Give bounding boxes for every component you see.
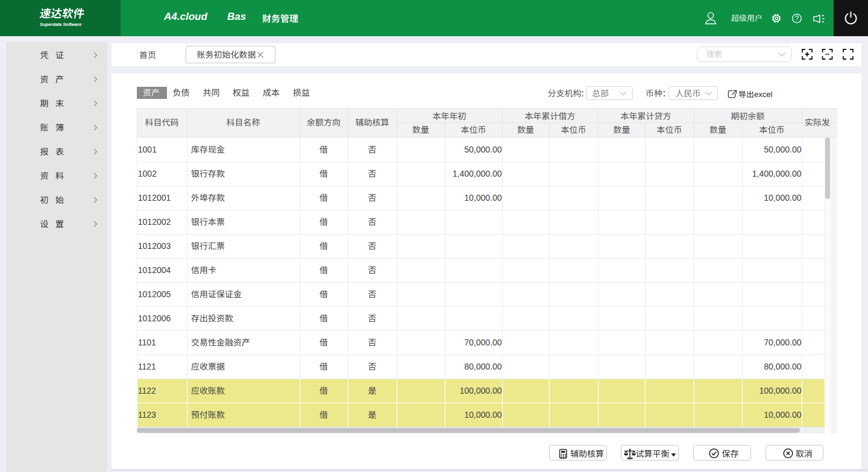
svg-text:Superdata Software: Superdata Software [40, 22, 81, 27]
svg-text:100,000.00: 100,000.00 [759, 386, 801, 395]
svg-text:70,000.00: 70,000.00 [764, 338, 801, 347]
svg-text:1002: 1002 [138, 169, 157, 178]
svg-text:50,000.00: 50,000.00 [764, 145, 801, 154]
svg-text:10,000.00: 10,000.00 [464, 193, 502, 203]
svg-text:1001: 1001 [138, 145, 157, 154]
svg-text:1,400,000.00: 1,400,000.00 [752, 169, 802, 178]
svg-text:10,000.00: 10,000.00 [764, 193, 801, 203]
svg-text:1121: 1121 [138, 362, 156, 371]
svg-text:1012003: 1012003 [138, 241, 171, 251]
svg-text:10,000.00: 10,000.00 [464, 410, 502, 420]
svg-text:1012002: 1012002 [138, 217, 171, 227]
svg-text:1012001: 1012001 [138, 193, 171, 203]
svg-text:100,000.00: 100,000.00 [459, 386, 502, 395]
svg-text:50,000.00: 50,000.00 [464, 145, 502, 154]
svg-text:1012004: 1012004 [138, 265, 171, 275]
svg-text:A4.cloud: A4.cloud [163, 11, 207, 22]
svg-text:80,000.00: 80,000.00 [464, 362, 502, 371]
svg-text:?: ? [795, 14, 799, 22]
svg-text:1123: 1123 [138, 410, 156, 420]
svg-text:1012006: 1012006 [138, 313, 171, 323]
svg-text:excel: excel [754, 90, 772, 99]
svg-text:1122: 1122 [138, 386, 156, 395]
svg-text:10,000.00: 10,000.00 [764, 410, 801, 420]
svg-text:80,000.00: 80,000.00 [764, 362, 801, 371]
svg-text:1012005: 1012005 [138, 289, 171, 299]
svg-text:Bas: Bas [227, 11, 246, 22]
svg-text:1101: 1101 [138, 338, 156, 347]
svg-text:1,400,000.00: 1,400,000.00 [453, 169, 502, 178]
svg-text:70,000.00: 70,000.00 [464, 338, 502, 347]
